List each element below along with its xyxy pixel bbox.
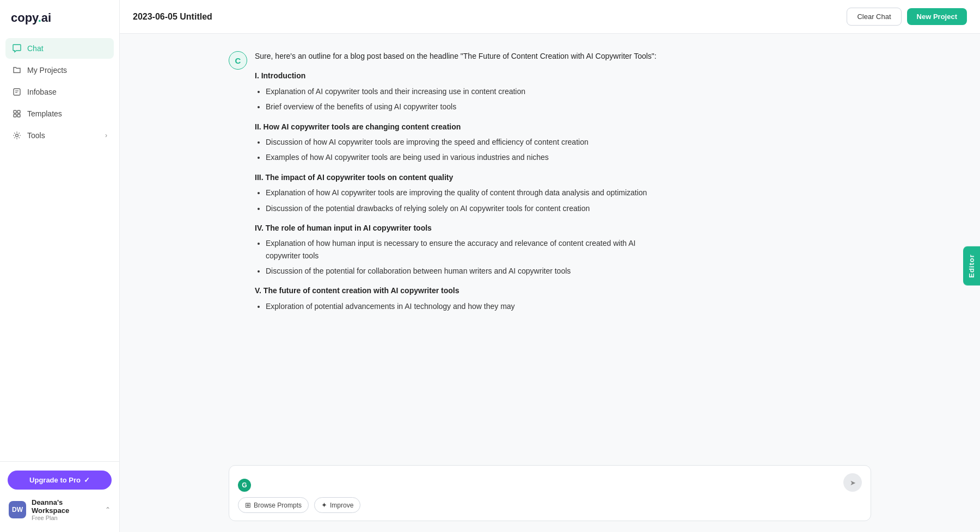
chat-icon <box>12 44 22 53</box>
tools-icon <box>12 131 22 140</box>
chat-input[interactable] <box>256 476 838 489</box>
browse-icon: ⊞ <box>245 501 251 509</box>
header: 2023-06-05 Untitled Clear Chat New Proje… <box>120 0 980 34</box>
browse-prompts-button[interactable]: ⊞ Browse Prompts <box>238 497 309 513</box>
avatar: C <box>229 51 247 70</box>
logo: copy.ai <box>0 0 119 38</box>
input-box: G ➤ ⊞ Browse Prompts ✦ Improve <box>229 465 871 521</box>
sidebar-item-chat-label: Chat <box>27 44 44 53</box>
upgrade-label: Upgrade to Pro <box>29 476 81 484</box>
list-item: Examples of how AI copywriter tools are … <box>266 151 669 163</box>
send-button[interactable]: ➤ <box>843 473 862 492</box>
tools-arrow-icon: › <box>105 132 107 139</box>
workspace-name: Deanna's Workspace <box>32 498 100 515</box>
check-icon: ✓ <box>84 476 90 484</box>
sidebar: copy.ai Chat My Projects Infobase <box>0 0 120 532</box>
infobase-icon <box>12 87 22 97</box>
section-heading-4: IV. The role of human input in AI copywr… <box>255 222 669 234</box>
workspace-plan: Free Plan <box>32 515 100 521</box>
sidebar-item-templates[interactable]: Templates <box>5 103 114 124</box>
list-item: Exploration of potential advancements in… <box>266 300 669 312</box>
message-content: Sure, here's an outline for a blog post … <box>255 50 669 317</box>
browse-prompts-label: Browse Prompts <box>254 502 302 509</box>
improve-icon: ✦ <box>321 501 327 509</box>
section-heading-2: II. How AI copywriter tools are changing… <box>255 121 669 133</box>
chat-area: C Sure, here's an outline for a blog pos… <box>120 34 980 459</box>
section-heading-5: V. The future of content creation with A… <box>255 284 669 296</box>
workspace-row[interactable]: DW Deanna's Workspace Free Plan ⌃ <box>8 496 112 523</box>
sidebar-item-tools-label: Tools <box>27 131 45 140</box>
section-list-1: Explanation of AI copywriter tools and t… <box>255 85 669 113</box>
sidebar-item-infobase-label: Infobase <box>27 88 57 96</box>
section-list-2: Discussion of how AI copywriter tools ar… <box>255 136 669 164</box>
list-item: Discussion of the potential drawbacks of… <box>266 202 669 214</box>
page-title: 2023-06-05 Untitled <box>133 12 212 22</box>
list-item: Discussion of the potential for collabor… <box>266 265 669 277</box>
workspace-info: Deanna's Workspace Free Plan <box>32 498 100 521</box>
message-intro: Sure, here's an outline for a blog post … <box>255 50 669 62</box>
sidebar-item-infobase[interactable]: Infobase <box>5 82 114 102</box>
sidebar-item-chat[interactable]: Chat <box>5 38 114 59</box>
svg-rect-0 <box>14 89 20 95</box>
improve-label: Improve <box>330 502 353 509</box>
clear-chat-button[interactable]: Clear Chat <box>847 8 901 26</box>
grammarly-icon: G <box>238 479 251 492</box>
sidebar-nav: Chat My Projects Infobase Templates Tool <box>0 38 119 461</box>
sidebar-item-my-projects[interactable]: My Projects <box>5 60 114 81</box>
sidebar-item-projects-label: My Projects <box>27 66 67 75</box>
sidebar-item-templates-label: Templates <box>27 109 62 118</box>
list-item: Brief overview of the benefits of using … <box>266 101 669 113</box>
list-item: Explanation of how human input is necess… <box>266 237 669 262</box>
folder-icon <box>12 65 22 75</box>
header-actions: Clear Chat New Project <box>847 8 967 26</box>
editor-tab-label: Editor <box>967 254 976 278</box>
section-list-4: Explanation of how human input is necess… <box>255 237 669 277</box>
sidebar-bottom: Upgrade to Pro ✓ DW Deanna's Workspace F… <box>0 461 119 532</box>
input-area: G ➤ ⊞ Browse Prompts ✦ Improve <box>120 459 980 532</box>
section-heading-1: I. Introduction <box>255 70 669 82</box>
improve-button[interactable]: ✦ Improve <box>314 497 360 513</box>
templates-icon <box>12 109 22 119</box>
svg-rect-5 <box>14 114 16 117</box>
svg-rect-6 <box>17 114 20 117</box>
avatar: DW <box>9 501 26 518</box>
svg-rect-3 <box>14 110 16 113</box>
svg-point-7 <box>16 134 19 137</box>
upgrade-button[interactable]: Upgrade to Pro ✓ <box>8 471 112 490</box>
section-heading-3: III. The impact of AI copywriter tools o… <box>255 171 669 183</box>
message-row: C Sure, here's an outline for a blog pos… <box>229 50 871 317</box>
sidebar-item-tools[interactable]: Tools › <box>5 125 114 146</box>
section-list-3: Explanation of how AI copywriter tools a… <box>255 187 669 214</box>
workspace-chevron-icon: ⌃ <box>105 506 111 514</box>
input-actions: ⊞ Browse Prompts ✦ Improve <box>238 497 862 513</box>
list-item: Explanation of AI copywriter tools and t… <box>266 85 669 97</box>
main-area: 2023-06-05 Untitled Clear Chat New Proje… <box>120 0 980 532</box>
send-icon: ➤ <box>850 479 856 487</box>
list-item: Explanation of how AI copywriter tools a… <box>266 187 669 199</box>
logo-text: copy.ai <box>11 11 51 24</box>
input-row: G ➤ <box>238 473 862 492</box>
svg-rect-4 <box>17 110 20 113</box>
new-project-button[interactable]: New Project <box>907 8 967 25</box>
list-item: Discussion of how AI copywriter tools ar… <box>266 136 669 148</box>
editor-tab[interactable]: Editor <box>963 246 980 286</box>
section-list-5: Exploration of potential advancements in… <box>255 300 669 312</box>
